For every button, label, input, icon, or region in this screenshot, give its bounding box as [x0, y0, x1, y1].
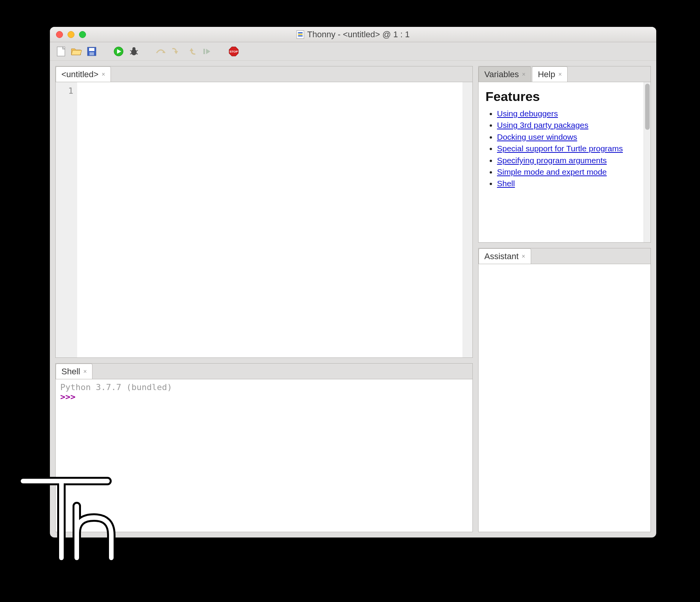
left-column: <untitled> × 1 [55, 66, 473, 532]
shell-panel: Shell × Python 3.7.7 (bundled) >>> [55, 363, 473, 532]
close-icon[interactable]: × [83, 368, 87, 375]
help-panel: Variables × Help × Features Using debug [478, 66, 651, 243]
toolbar: STOP [50, 42, 656, 61]
side-tabs: Variables × Help × [479, 66, 650, 82]
editor-panel: <untitled> × 1 [55, 66, 473, 358]
editor-body: 1 [56, 82, 472, 357]
titlebar: Thonny - <untitled> @ 1 : 1 [50, 27, 656, 42]
svg-marker-15 [190, 48, 193, 51]
minimize-window-button[interactable] [68, 31, 74, 38]
new-file-button[interactable] [55, 46, 67, 57]
tab-variables[interactable]: Variables × [479, 66, 531, 82]
assistant-tab-label: Assistant [484, 251, 518, 261]
step-over-button[interactable] [155, 46, 167, 57]
window-title-text: Thonny - <untitled> @ 1 : 1 [307, 30, 410, 40]
debug-icon [129, 46, 139, 56]
editor-margin [462, 82, 472, 357]
save-icon [87, 47, 96, 56]
step-into-icon [172, 47, 181, 56]
step-out-button[interactable] [186, 46, 197, 57]
right-column: Variables × Help × Features Using debug [478, 66, 651, 532]
code-editor[interactable] [77, 82, 462, 357]
resume-button[interactable] [201, 46, 213, 57]
help-scrollbar[interactable] [644, 82, 650, 242]
app-window: Thonny - <untitled> @ 1 : 1 [50, 27, 656, 538]
window-title: Thonny - <untitled> @ 1 : 1 [297, 30, 410, 40]
debug-button[interactable] [128, 46, 140, 57]
help-link[interactable]: Shell [497, 179, 515, 188]
tab-assistant[interactable]: Assistant × [479, 248, 531, 264]
shell-body[interactable]: Python 3.7.7 (bundled) >>> [56, 379, 472, 532]
run-icon [114, 46, 124, 56]
stop-button[interactable]: STOP [228, 46, 239, 57]
close-icon[interactable]: × [522, 71, 525, 78]
stop-icon: STOP [228, 46, 239, 57]
svg-text:STOP: STOP [229, 50, 238, 53]
svg-rect-16 [203, 49, 205, 54]
shell-version-text: Python 3.7.7 (bundled) [60, 382, 468, 392]
new-file-icon [57, 46, 65, 56]
help-link[interactable]: Using debuggers [497, 109, 558, 118]
shell-tab-label: Shell [61, 367, 80, 377]
help-link[interactable]: Simple mode and expert mode [497, 167, 607, 176]
line-number: 1 [56, 86, 73, 96]
window-controls [56, 31, 86, 38]
save-button[interactable] [86, 46, 97, 57]
assistant-body[interactable] [479, 264, 650, 532]
step-into-button[interactable] [170, 46, 182, 57]
help-heading: Features [485, 89, 637, 104]
help-body: Features Using debuggers Using 3rd party… [479, 82, 650, 242]
zoom-window-button[interactable] [79, 31, 86, 38]
tab-help[interactable]: Help × [532, 66, 568, 82]
shell-tab[interactable]: Shell × [56, 364, 92, 379]
close-window-button[interactable] [56, 31, 63, 38]
close-icon[interactable]: × [558, 71, 562, 78]
svg-marker-17 [206, 49, 210, 54]
workspace: <untitled> × 1 [50, 61, 656, 538]
help-link[interactable]: Using 3rd party packages [497, 121, 588, 129]
line-number-gutter: 1 [56, 82, 77, 357]
run-button[interactable] [113, 46, 124, 57]
shell-prompt: >>> [60, 392, 76, 402]
help-feature-list: Using debuggers Using 3rd party packages… [485, 108, 637, 189]
svg-line-12 [136, 53, 138, 54]
editor-tabs: <untitled> × [56, 66, 472, 82]
resume-icon [203, 47, 211, 56]
help-link[interactable]: Special support for Turtle programs [497, 144, 623, 153]
svg-rect-4 [89, 52, 94, 55]
shell-tabs: Shell × [56, 364, 472, 379]
assistant-panel: Assistant × [478, 248, 651, 532]
document-icon [297, 30, 304, 39]
scrollbar-thumb[interactable] [645, 84, 650, 130]
open-file-icon [71, 47, 82, 56]
editor-tab-label: <untitled> [61, 69, 99, 79]
editor-tab-untitled[interactable]: <untitled> × [56, 66, 111, 82]
help-link[interactable]: Specifying program arguments [497, 156, 607, 165]
svg-marker-14 [174, 51, 178, 54]
step-out-icon [187, 47, 196, 56]
help-tab-label: Help [538, 69, 555, 79]
open-file-button[interactable] [71, 46, 82, 57]
svg-point-8 [132, 47, 135, 50]
variables-tab-label: Variables [484, 69, 519, 79]
svg-rect-3 [89, 48, 94, 51]
close-icon[interactable]: × [102, 71, 105, 78]
step-over-icon [156, 48, 166, 55]
assistant-tabs: Assistant × [479, 248, 650, 264]
help-link[interactable]: Docking user windows [497, 132, 577, 141]
svg-line-11 [130, 53, 132, 54]
close-icon[interactable]: × [522, 253, 525, 260]
